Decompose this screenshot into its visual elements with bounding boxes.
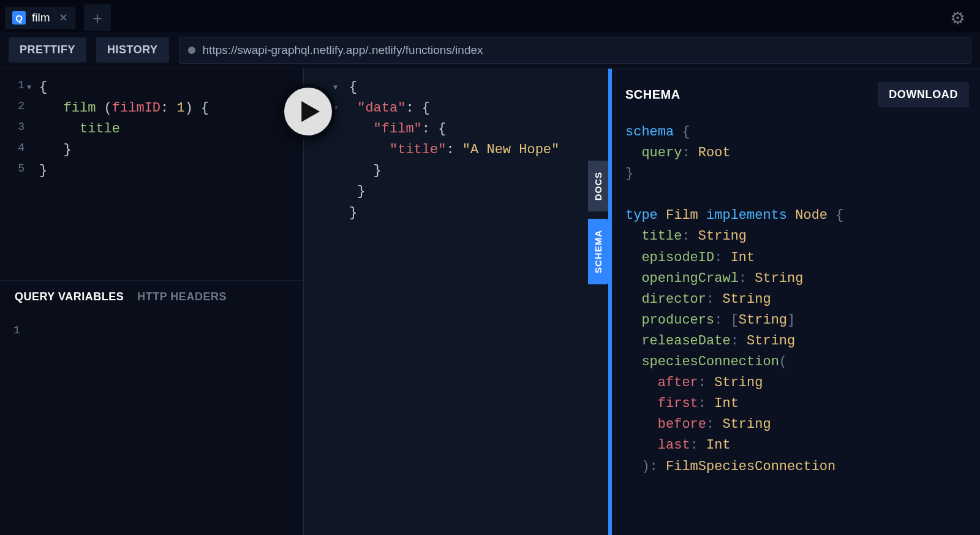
schema-code[interactable]: schema { query: Root } type Film impleme… xyxy=(625,122,969,477)
schema-panel: SCHEMA DOWNLOAD schema { query: Root } t… xyxy=(612,69,980,535)
endpoint-input[interactable]: https://swapi-graphql.netlify.app/.netli… xyxy=(179,37,971,64)
download-button[interactable]: DOWNLOAD xyxy=(878,82,969,107)
endpoint-url: https://swapi-graphql.netlify.app/.netli… xyxy=(203,44,483,57)
close-icon[interactable]: ✕ xyxy=(59,11,68,25)
bottom-tabs: QUERY VARIABLES HTTP HEADERS xyxy=(0,280,303,313)
new-tab-button[interactable]: ＋ xyxy=(84,4,111,31)
side-tabs: DOCS SCHEMA xyxy=(588,161,608,284)
tab-schema[interactable]: SCHEMA xyxy=(588,219,608,284)
tab-label: film xyxy=(32,11,50,25)
tab-bar: Q film ✕ ＋ ⚙ xyxy=(0,0,980,32)
tab-film[interactable]: Q film ✕ xyxy=(5,7,75,29)
result-viewer[interactable]: ▼▼ { "data": { "film": { "title": "A New… xyxy=(304,69,608,232)
history-button[interactable]: HISTORY xyxy=(96,37,169,63)
toolbar: PRETTIFY HISTORY https://swapi-graphql.n… xyxy=(0,32,980,69)
result-pane: ▼▼ { "data": { "film": { "title": "A New… xyxy=(303,69,608,535)
result-code: { "data": { "film": { "title": "A New Ho… xyxy=(349,77,608,224)
tab-http-headers[interactable]: HTTP HEADERS xyxy=(137,290,227,303)
svg-marker-0 xyxy=(301,101,320,122)
query-code: { film (filmID: 1) { title } } xyxy=(39,77,303,181)
vars-line-1: 1 xyxy=(13,324,20,336)
left-pane: 1 2 3 4 5 ▼ { film (filmID: 1) { title }… xyxy=(0,69,303,535)
line-gutter: 1 2 3 4 5 xyxy=(0,77,24,181)
gear-icon: ⚙ xyxy=(950,9,965,28)
fold-marker-icon[interactable]: ▼ xyxy=(27,77,31,98)
plus-icon: ＋ xyxy=(89,7,105,29)
status-dot-icon xyxy=(188,47,195,54)
query-editor[interactable]: 1 2 3 4 5 ▼ { film (filmID: 1) { title }… xyxy=(0,69,303,280)
prettify-button[interactable]: PRETTIFY xyxy=(9,37,86,63)
operation-badge-icon: Q xyxy=(12,11,26,25)
settings-button[interactable]: ⚙ xyxy=(950,8,965,28)
schema-title: SCHEMA xyxy=(625,88,680,102)
play-icon xyxy=(299,101,320,122)
tab-query-variables[interactable]: QUERY VARIABLES xyxy=(15,290,124,303)
workspace: 1 2 3 4 5 ▼ { film (filmID: 1) { title }… xyxy=(0,69,980,535)
variables-editor[interactable]: 1 xyxy=(0,313,303,535)
execute-button[interactable] xyxy=(281,84,336,139)
tab-docs[interactable]: DOCS xyxy=(588,161,608,211)
